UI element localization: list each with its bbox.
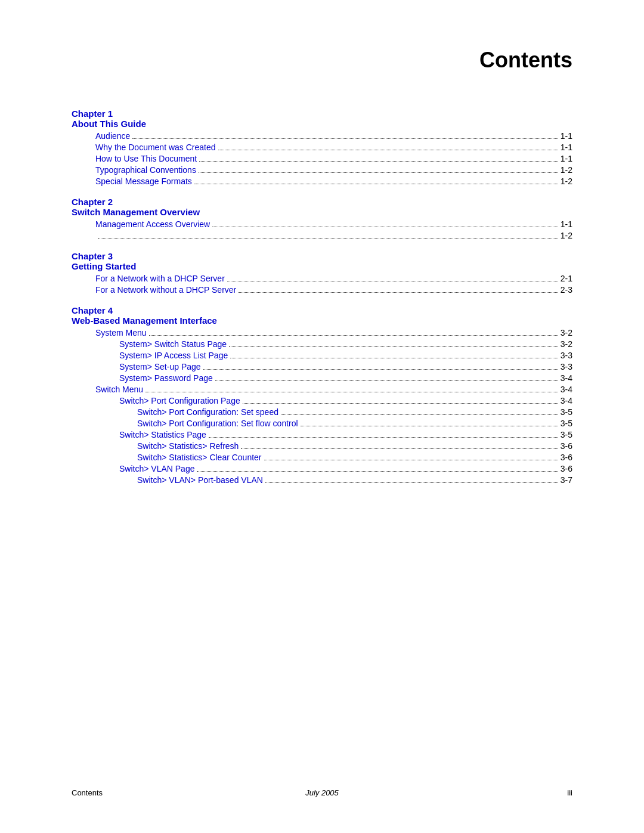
toc-entry-dots-ch3-0 bbox=[227, 281, 558, 281]
toc-entry-text-ch4-12: Switch> VLAN Page bbox=[119, 464, 194, 473]
toc-entry-dots-ch4-2 bbox=[230, 358, 558, 358]
toc-entry-ch4-2[interactable]: System> IP Access List Page3-3 bbox=[72, 351, 572, 360]
toc-entry-page-ch2-1: 1-2 bbox=[561, 231, 572, 240]
toc-entry-page-ch4-1: 3-2 bbox=[561, 339, 572, 349]
toc-entry-dots-ch4-0 bbox=[149, 335, 558, 336]
toc-entry-dots-ch3-1 bbox=[239, 292, 558, 293]
chapter-label-ch3: Chapter 3 bbox=[72, 251, 572, 261]
toc-entry-text-ch4-0: System Menu bbox=[95, 328, 147, 337]
toc-entry-ch1-3[interactable]: Typographical Conventions1-2 bbox=[72, 165, 572, 175]
chapter-label-ch1: Chapter 1 bbox=[72, 109, 572, 119]
toc-entry-dots-ch1-0 bbox=[132, 138, 558, 139]
toc-entry-ch4-9[interactable]: Switch> Statistics Page3-5 bbox=[72, 430, 572, 439]
page-title: Contents bbox=[72, 48, 572, 73]
footer-right: iii bbox=[567, 788, 572, 797]
toc-entry-page-ch2-0: 1-1 bbox=[561, 219, 572, 229]
toc-entry-dots-ch4-8 bbox=[301, 426, 558, 426]
toc-entry-text-ch1-2: How to Use This Document bbox=[95, 154, 197, 163]
toc-entry-ch4-13[interactable]: Switch> VLAN> Port-based VLAN3-7 bbox=[72, 475, 572, 485]
toc-entry-page-ch1-4: 1-2 bbox=[561, 176, 572, 186]
toc-entry-text-ch4-6: Switch> Port Configuration Page bbox=[119, 396, 240, 405]
toc-entry-dots-ch4-7 bbox=[281, 414, 558, 415]
toc-entry-ch4-7[interactable]: Switch> Port Configuration: Set speed3-5 bbox=[72, 407, 572, 417]
toc-entry-ch4-8[interactable]: Switch> Port Configuration: Set flow con… bbox=[72, 419, 572, 428]
toc-entry-text-ch4-8: Switch> Port Configuration: Set flow con… bbox=[137, 419, 298, 428]
toc-entry-text-ch1-4: Special Message Formats bbox=[95, 176, 192, 186]
toc-entry-page-ch4-8: 3-5 bbox=[561, 419, 572, 428]
toc-entry-text-ch4-3: System> Set-up Page bbox=[119, 362, 201, 371]
toc-entry-dots-ch2-0 bbox=[212, 227, 558, 227]
toc-entry-page-ch4-6: 3-4 bbox=[561, 396, 572, 405]
toc-entry-page-ch4-12: 3-6 bbox=[561, 464, 572, 473]
toc-entry-ch4-3[interactable]: System> Set-up Page3-3 bbox=[72, 362, 572, 371]
chapter-label-ch4: Chapter 4 bbox=[72, 305, 572, 315]
page: Contents Chapter 1About This GuideAudien… bbox=[0, 0, 644, 833]
toc-entry-dots-ch1-2 bbox=[199, 161, 558, 162]
toc-entry-text-ch3-1: For a Network without a DHCP Server bbox=[95, 285, 236, 295]
toc-entry-ch3-1[interactable]: For a Network without a DHCP Server2-3 bbox=[72, 285, 572, 295]
footer: Contents July 2005 iii bbox=[72, 788, 572, 797]
toc-entry-page-ch4-3: 3-3 bbox=[561, 362, 572, 371]
toc-entry-page-ch1-1: 1-1 bbox=[561, 143, 572, 152]
toc-entry-text-ch4-5: Switch Menu bbox=[95, 385, 143, 394]
toc-entry-dots-ch4-6 bbox=[243, 403, 558, 404]
toc-entry-page-ch4-7: 3-5 bbox=[561, 407, 572, 417]
toc-entry-dots-ch1-4 bbox=[194, 184, 558, 184]
toc-entry-page-ch3-0: 2-1 bbox=[561, 274, 572, 283]
toc-entry-ch1-0[interactable]: Audience1-1 bbox=[72, 131, 572, 141]
toc-entry-page-ch4-2: 3-3 bbox=[561, 351, 572, 360]
toc-entry-text-ch1-3: Typographical Conventions bbox=[95, 165, 196, 175]
toc-entry-text-ch4-10: Switch> Statistics> Refresh bbox=[137, 441, 239, 451]
toc-entry-page-ch4-13: 3-7 bbox=[561, 475, 572, 485]
footer-left: Contents bbox=[72, 788, 103, 797]
toc-entry-ch2-1[interactable]: 1-2 bbox=[72, 231, 572, 240]
toc-entry-ch4-5[interactable]: Switch Menu3-4 bbox=[72, 385, 572, 394]
toc-entry-ch2-0[interactable]: Management Access Overview1-1 bbox=[72, 219, 572, 229]
toc-entry-page-ch1-2: 1-1 bbox=[561, 154, 572, 163]
toc-entry-text-ch4-2: System> IP Access List Page bbox=[119, 351, 228, 360]
chapter-label-ch2: Chapter 2 bbox=[72, 197, 572, 207]
toc-entry-dots-ch4-11 bbox=[264, 460, 558, 460]
toc-entry-ch4-0[interactable]: System Menu3-2 bbox=[72, 328, 572, 337]
toc-entry-dots-ch4-4 bbox=[215, 380, 558, 381]
toc-entry-text-ch4-4: System> Password Page bbox=[119, 373, 213, 383]
toc-entry-page-ch4-10: 3-6 bbox=[561, 441, 572, 451]
toc-entry-dots-ch4-9 bbox=[209, 437, 558, 438]
toc-entry-text-ch4-1: System> Switch Status Page bbox=[119, 339, 227, 349]
toc-entry-ch1-1[interactable]: Why the Document was Created1-1 bbox=[72, 143, 572, 152]
toc-entry-text-ch1-0: Audience bbox=[95, 131, 130, 141]
toc-entry-ch1-2[interactable]: How to Use This Document1-1 bbox=[72, 154, 572, 163]
toc-entry-dots-ch1-3 bbox=[199, 172, 558, 173]
chapter-title-ch3: Getting Started bbox=[72, 261, 572, 271]
toc-entry-ch4-4[interactable]: System> Password Page3-4 bbox=[72, 373, 572, 383]
toc-entry-text-ch1-1: Why the Document was Created bbox=[95, 143, 216, 152]
toc-entry-ch4-6[interactable]: Switch> Port Configuration Page3-4 bbox=[72, 396, 572, 405]
toc-entry-page-ch4-0: 3-2 bbox=[561, 328, 572, 337]
toc-entry-ch3-0[interactable]: For a Network with a DHCP Server2-1 bbox=[72, 274, 572, 283]
toc-entry-dots-ch4-3 bbox=[203, 369, 558, 370]
toc-entry-ch4-11[interactable]: Switch> Statistics> Clear Counter3-6 bbox=[72, 453, 572, 462]
footer-date: July 2005 bbox=[72, 788, 572, 797]
toc-entry-text-ch4-7: Switch> Port Configuration: Set speed bbox=[137, 407, 278, 417]
toc-entry-ch1-4[interactable]: Special Message Formats1-2 bbox=[72, 176, 572, 186]
toc-entry-ch4-10[interactable]: Switch> Statistics> Refresh3-6 bbox=[72, 441, 572, 451]
toc-entry-dots-ch4-13 bbox=[265, 482, 558, 483]
toc-container: Chapter 1About This GuideAudience1-1Why … bbox=[72, 109, 572, 485]
toc-entry-dots-ch4-12 bbox=[197, 471, 558, 472]
toc-entry-page-ch3-1: 2-3 bbox=[561, 285, 572, 295]
toc-entry-dots-ch4-10 bbox=[241, 448, 558, 449]
toc-entry-text-ch4-11: Switch> Statistics> Clear Counter bbox=[137, 453, 262, 462]
chapter-title-ch4: Web-Based Management Interface bbox=[72, 315, 572, 326]
toc-entry-page-ch4-9: 3-5 bbox=[561, 430, 572, 439]
toc-entry-ch4-1[interactable]: System> Switch Status Page3-2 bbox=[72, 339, 572, 349]
toc-entry-text-ch3-0: For a Network with a DHCP Server bbox=[95, 274, 225, 283]
chapter-title-ch1: About This Guide bbox=[72, 119, 572, 129]
toc-entry-text-ch2-0: Management Access Overview bbox=[95, 219, 210, 229]
toc-entry-text-ch4-13: Switch> VLAN> Port-based VLAN bbox=[137, 475, 263, 485]
chapter-title-ch2: Switch Management Overview bbox=[72, 207, 572, 217]
toc-entry-page-ch4-4: 3-4 bbox=[561, 373, 572, 383]
toc-entry-text-ch4-9: Switch> Statistics Page bbox=[119, 430, 206, 439]
toc-entry-dots-ch1-1 bbox=[218, 150, 558, 150]
toc-entry-dots-ch2-1 bbox=[98, 238, 558, 239]
toc-entry-ch4-12[interactable]: Switch> VLAN Page3-6 bbox=[72, 464, 572, 473]
